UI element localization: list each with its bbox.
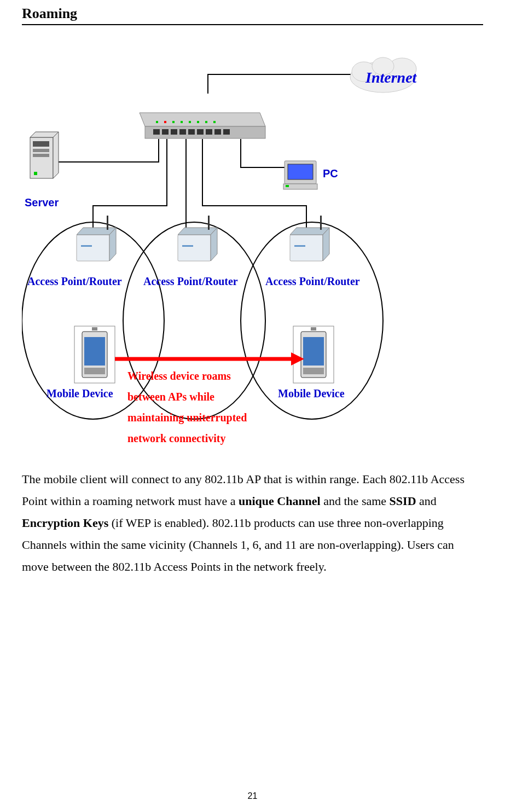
svg-marker-4: [140, 113, 265, 126]
svg-rect-17: [172, 121, 175, 123]
network-switch-icon: [140, 113, 265, 138]
svg-rect-18: [181, 121, 183, 123]
svg-rect-13: [214, 129, 221, 135]
p-bold-3: Encryption Keys: [22, 516, 108, 530]
svg-rect-22: [213, 121, 216, 123]
svg-rect-44: [290, 235, 323, 261]
svg-rect-47: [320, 216, 322, 230]
server-label: Server: [25, 196, 59, 209]
svg-rect-52: [84, 368, 105, 374]
body-paragraph: The mobile client will connect to any 80…: [22, 468, 483, 578]
ap-label-1: Access Point/Router: [27, 275, 122, 288]
internet-label: Internet: [365, 69, 416, 86]
svg-rect-33: [286, 185, 289, 187]
svg-rect-10: [188, 129, 195, 135]
svg-rect-42: [208, 216, 210, 230]
pc-label: PC: [323, 167, 338, 180]
svg-rect-20: [197, 121, 199, 123]
svg-rect-27: [33, 149, 49, 152]
network-diagram: Internet PC Server Access Point/Router A…: [22, 42, 483, 436]
svg-rect-14: [223, 129, 230, 135]
svg-rect-31: [288, 164, 313, 179]
svg-rect-12: [206, 129, 212, 135]
p-text-d: and: [416, 494, 437, 508]
svg-rect-51: [84, 337, 105, 366]
header-rule: [22, 24, 483, 25]
ap-label-3: Access Point/Router: [265, 275, 360, 288]
mobile-device-icon-1: [74, 326, 115, 383]
p-bold-1: unique Channel: [239, 494, 321, 508]
roaming-annotation: Wireless device roams between APs while …: [127, 366, 247, 449]
annotation-line-1: Wireless device roams: [127, 370, 231, 382]
p-bold-2: SSID: [390, 494, 416, 508]
server-icon: [30, 132, 59, 178]
svg-rect-37: [107, 216, 108, 230]
svg-rect-39: [178, 235, 211, 261]
svg-rect-29: [34, 172, 37, 175]
svg-rect-38: [81, 245, 92, 247]
roaming-arrow-icon: [115, 352, 304, 366]
svg-marker-25: [53, 132, 59, 178]
page-number: 21: [0, 791, 505, 801]
annotation-line-2: between APs while: [127, 391, 214, 403]
svg-rect-34: [77, 235, 109, 261]
svg-rect-56: [303, 337, 324, 366]
svg-rect-16: [164, 121, 166, 123]
svg-rect-53: [92, 327, 97, 330]
svg-rect-26: [33, 141, 49, 147]
annotation-line-4: network connectivity: [127, 432, 225, 444]
pc-icon: [283, 161, 317, 189]
annotation-line-3: maintaining uniterrupted: [127, 411, 247, 424]
page-title: Roaming: [22, 5, 483, 22]
svg-rect-43: [182, 245, 193, 247]
mobile-label-1: Mobile Device: [47, 387, 113, 400]
mobile-device-icon-2: [293, 326, 334, 383]
svg-rect-11: [197, 129, 204, 135]
svg-rect-57: [303, 368, 324, 374]
svg-rect-28: [33, 154, 49, 157]
svg-rect-48: [294, 245, 305, 247]
svg-rect-7: [162, 129, 169, 135]
p-text-c: and the same: [321, 494, 390, 508]
svg-rect-58: [311, 327, 316, 330]
mobile-label-2: Mobile Device: [278, 387, 345, 400]
svg-rect-8: [171, 129, 177, 135]
svg-rect-21: [205, 121, 207, 123]
svg-rect-19: [189, 121, 191, 123]
ap-label-2: Access Point/Router: [143, 275, 238, 288]
svg-rect-9: [179, 129, 186, 135]
svg-rect-6: [153, 129, 160, 135]
svg-rect-15: [156, 121, 158, 123]
